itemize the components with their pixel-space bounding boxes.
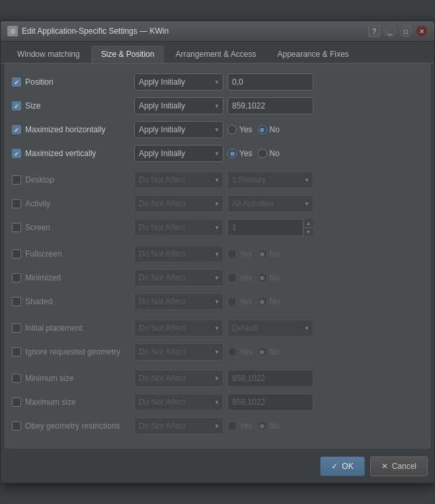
minimized-dropdown-wrapper[interactable]: Do Not Affect	[134, 269, 223, 286]
obey-geometry-yes-item: Yes	[227, 421, 253, 431]
max-size-dropdown[interactable]: Do Not Affect	[134, 394, 223, 411]
max-horiz-dropdown-wrapper[interactable]: Apply Initially Apply Always Do Not Affe…	[134, 121, 223, 138]
initial-placement-label-group: Initial placement	[12, 323, 134, 333]
max-horiz-no-radio[interactable]	[258, 125, 267, 134]
tab-window-matching[interactable]: Window matching	[7, 46, 90, 63]
screen-spinbox-input[interactable]	[227, 219, 313, 236]
ignore-geometry-yes-radio[interactable]	[227, 347, 237, 357]
activity-value-wrapper[interactable]: All Activities	[227, 195, 313, 212]
obey-geometry-no-label: No	[270, 421, 280, 431]
max-vert-yes-radio[interactable]	[227, 149, 237, 158]
fullscreen-dropdown-wrapper[interactable]: Do Not Affect	[134, 245, 223, 263]
initial-placement-value-select[interactable]: Default	[227, 319, 313, 337]
max-vert-no-item: No	[258, 149, 280, 158]
max-vert-checkbox[interactable]	[12, 149, 21, 158]
max-vert-dropdown-wrapper[interactable]: Apply Initially Apply Always Do Not Affe…	[134, 145, 223, 162]
ignore-geometry-dropdown-wrapper[interactable]: Do Not Affect	[134, 343, 223, 360]
desktop-dropdown[interactable]: Do Not Affect	[134, 171, 223, 189]
obey-geometry-checkbox[interactable]	[12, 421, 21, 431]
fullscreen-no-radio[interactable]	[258, 249, 267, 259]
initial-placement-dropdown-wrapper[interactable]: Do Not Affect	[134, 319, 223, 337]
size-dropdown[interactable]: Apply Initially Apply Always Do Not Affe…	[134, 97, 223, 114]
size-value-input[interactable]	[227, 97, 313, 114]
row-ignore-geometry: Ignore requested geometry Do Not Affect …	[12, 342, 423, 362]
cancel-button[interactable]: ✕ Cancel	[370, 456, 428, 476]
size-dropdown-wrapper[interactable]: Apply Initially Apply Always Do Not Affe…	[134, 97, 223, 114]
row-max-size: Maximum size Do Not Affect	[12, 392, 423, 412]
minimized-label: Minimized	[25, 273, 61, 282]
min-size-dropdown[interactable]: Do Not Affect	[134, 370, 223, 387]
max-size-checkbox[interactable]	[12, 398, 21, 407]
screen-label-group: Screen	[12, 223, 134, 232]
initial-placement-checkbox[interactable]	[12, 323, 21, 333]
max-vert-dropdown[interactable]: Apply Initially Apply Always Do Not Affe…	[134, 145, 223, 162]
minimized-yes-radio[interactable]	[227, 273, 237, 282]
tab-arrangement-access[interactable]: Arrangement & Access	[165, 46, 266, 63]
desktop-value-wrapper[interactable]: 1:Primary	[227, 171, 313, 189]
help-button[interactable]: ?	[368, 25, 380, 37]
screen-spinbox-up[interactable]: ▲	[303, 219, 313, 228]
max-horiz-yes-label: Yes	[239, 125, 253, 134]
max-horiz-checkbox[interactable]	[12, 125, 21, 134]
content-panel: Position Apply Initially Apply Always Do…	[5, 63, 430, 448]
activity-dropdown-wrapper[interactable]: Do Not Affect	[134, 195, 223, 212]
screen-spinbox-buttons: ▲ ▼	[303, 219, 313, 236]
position-label: Position	[25, 77, 54, 87]
minimize-button[interactable]: _	[384, 25, 396, 37]
position-dropdown-wrapper[interactable]: Apply Initially Apply Always Do Not Affe…	[134, 73, 223, 91]
max-horiz-yes-radio[interactable]	[227, 125, 237, 134]
shaded-checkbox[interactable]	[12, 297, 21, 306]
desktop-value-select[interactable]: 1:Primary	[227, 171, 313, 189]
shaded-dropdown-wrapper[interactable]: Do Not Affect	[134, 293, 223, 310]
screen-dropdown-wrapper[interactable]: Do Not Affect	[134, 219, 223, 236]
screen-dropdown[interactable]: Do Not Affect	[134, 219, 223, 236]
max-size-dropdown-wrapper[interactable]: Do Not Affect	[134, 394, 223, 411]
obey-geometry-dropdown[interactable]: Do Not Affect	[134, 417, 223, 435]
fullscreen-dropdown[interactable]: Do Not Affect	[134, 245, 223, 263]
tab-appearance-fixes[interactable]: Appearance & Fixes	[268, 46, 359, 63]
max-horiz-label-group: Maximized horizontally	[12, 125, 134, 134]
obey-geometry-dropdown-wrapper[interactable]: Do Not Affect	[134, 417, 223, 435]
screen-checkbox[interactable]	[12, 223, 21, 232]
ignore-geometry-dropdown[interactable]: Do Not Affect	[134, 343, 223, 360]
ignore-geometry-checkbox[interactable]	[12, 347, 21, 357]
minimized-checkbox[interactable]	[12, 273, 21, 282]
close-button[interactable]: ✕	[416, 25, 428, 37]
shaded-dropdown[interactable]: Do Not Affect	[134, 293, 223, 310]
tab-size-position[interactable]: Size & Position	[91, 46, 165, 63]
position-dropdown[interactable]: Apply Initially Apply Always Do Not Affe…	[134, 73, 223, 91]
fullscreen-yes-radio[interactable]	[227, 249, 237, 259]
max-size-value-input[interactable]	[227, 394, 313, 411]
minimized-dropdown[interactable]: Do Not Affect	[134, 269, 223, 286]
obey-geometry-yes-radio[interactable]	[227, 421, 237, 431]
minimized-no-radio[interactable]	[258, 273, 267, 282]
initial-placement-dropdown[interactable]: Do Not Affect	[134, 319, 223, 337]
row-minimized: Minimized Do Not Affect Yes No	[12, 268, 423, 288]
fullscreen-no-label: No	[270, 249, 280, 259]
row-shaded: Shaded Do Not Affect Yes No	[12, 292, 423, 312]
max-horiz-dropdown[interactable]: Apply Initially Apply Always Do Not Affe…	[134, 121, 223, 138]
desktop-dropdown-wrapper[interactable]: Do Not Affect	[134, 171, 223, 189]
min-size-value-input[interactable]	[227, 370, 313, 387]
ok-button[interactable]: ✓ OK	[320, 456, 364, 476]
ignore-geometry-no-radio[interactable]	[258, 347, 267, 357]
min-size-dropdown-wrapper[interactable]: Do Not Affect	[134, 370, 223, 387]
maximize-button[interactable]: □	[400, 25, 412, 37]
row-max-vert: Maximized vertically Apply Initially App…	[12, 144, 423, 163]
size-checkbox[interactable]	[12, 101, 21, 110]
activity-dropdown[interactable]: Do Not Affect	[134, 195, 223, 212]
activity-checkbox[interactable]	[12, 199, 21, 208]
position-value-input[interactable]	[227, 73, 313, 91]
shaded-yes-radio[interactable]	[227, 297, 237, 306]
obey-geometry-no-radio[interactable]	[258, 421, 267, 431]
initial-placement-value-wrapper[interactable]: Default	[227, 319, 313, 337]
fullscreen-checkbox[interactable]	[12, 249, 21, 259]
min-size-checkbox[interactable]	[12, 374, 21, 383]
cancel-label: Cancel	[392, 462, 416, 471]
position-checkbox[interactable]	[12, 77, 21, 87]
screen-spinbox-down[interactable]: ▼	[303, 228, 313, 237]
shaded-no-radio[interactable]	[258, 297, 267, 306]
max-vert-no-radio[interactable]	[258, 149, 267, 158]
desktop-checkbox[interactable]	[12, 175, 21, 185]
activity-value-select[interactable]: All Activities	[227, 195, 313, 212]
